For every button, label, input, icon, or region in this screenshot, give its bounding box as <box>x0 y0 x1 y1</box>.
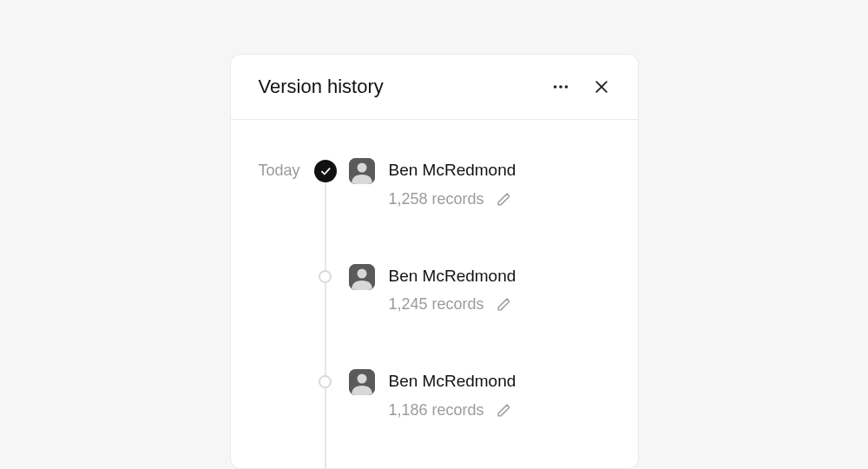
record-count: 1,245 records <box>389 295 484 314</box>
avatar <box>349 158 375 184</box>
avatar <box>349 369 375 395</box>
timeline-marker <box>319 270 332 283</box>
timeline-marker-selected <box>314 160 337 182</box>
check-icon <box>319 165 332 177</box>
close-button[interactable] <box>589 75 614 99</box>
pencil-icon <box>496 403 511 418</box>
pencil-icon <box>496 192 511 207</box>
timeline-marker-col <box>314 369 337 388</box>
svg-point-10 <box>357 374 366 384</box>
close-icon <box>593 78 610 96</box>
svg-point-6 <box>357 163 366 173</box>
pencil-icon <box>496 297 511 312</box>
svg-point-2 <box>564 85 568 89</box>
svg-point-0 <box>553 85 556 89</box>
author-name: Ben McRedmond <box>389 264 610 289</box>
timeline-marker-col <box>314 158 337 182</box>
rename-button[interactable] <box>496 192 511 207</box>
version-history-panel: Version history Today <box>230 54 639 469</box>
record-count: 1,186 records <box>389 401 484 419</box>
header-actions <box>548 74 614 100</box>
entry-text: Ben McRedmond 1,258 records <box>389 158 610 208</box>
more-icon <box>551 77 570 96</box>
panel-body: Today Ben McRedmond 1,258 <box>231 120 638 419</box>
more-options-button[interactable] <box>548 74 574 100</box>
entry-sub: 1,186 records <box>389 401 610 419</box>
version-entry[interactable]: Ben McRedmond 1,186 records <box>259 369 610 419</box>
panel-header: Version history <box>231 55 638 120</box>
author-name: Ben McRedmond <box>389 158 610 183</box>
rename-button[interactable] <box>496 297 511 312</box>
record-count: 1,258 records <box>389 190 484 208</box>
svg-point-8 <box>357 268 366 278</box>
version-entry[interactable]: Today Ben McRedmond 1,258 <box>259 158 610 208</box>
timeline-marker-col <box>314 264 337 283</box>
entry-sub: 1,245 records <box>389 295 610 314</box>
avatar <box>349 264 375 290</box>
svg-point-1 <box>559 85 562 89</box>
author-name: Ben McRedmond <box>389 369 610 394</box>
day-label: Today <box>259 158 314 180</box>
timeline-marker <box>319 375 332 388</box>
rename-button[interactable] <box>496 403 511 418</box>
entry-text: Ben McRedmond 1,186 records <box>389 369 610 419</box>
version-entry[interactable]: Ben McRedmond 1,245 records <box>259 264 610 314</box>
entry-text: Ben McRedmond 1,245 records <box>389 264 610 314</box>
panel-title: Version history <box>259 76 384 98</box>
entry-sub: 1,258 records <box>389 190 610 208</box>
